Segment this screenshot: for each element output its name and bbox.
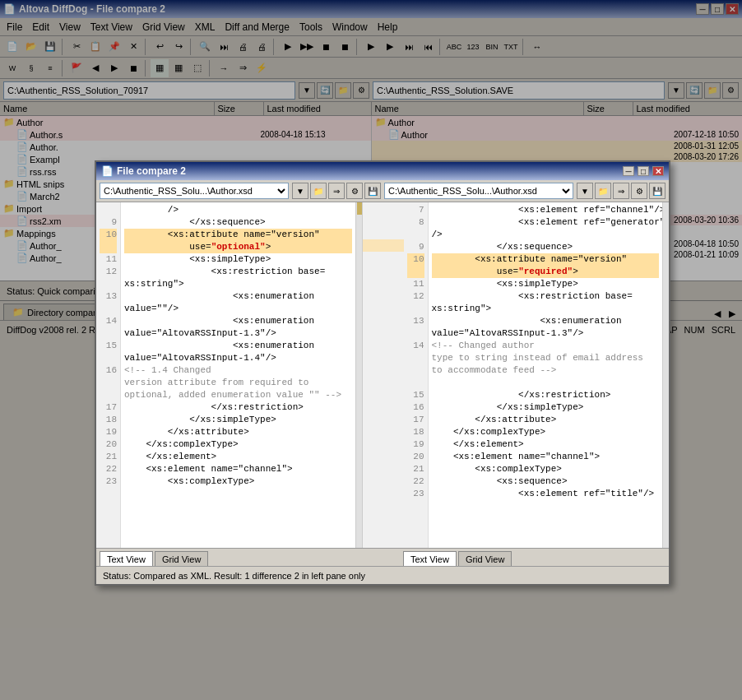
dialog-title-text: File compare 2 [117,165,619,177]
right-grid-view-tab[interactable]: Grid View [458,551,512,566]
right-line-numbers: 7 8 9 10 11 12 13 14 [404,202,429,548]
dialog-icon: 📄 [101,165,114,177]
code-split-pane: 9 10 11 12 13 14 15 16 [96,202,669,548]
left-scrollbar[interactable] [355,202,362,548]
dialog-status-text: Status: Compared as XML. Result: 1 diffe… [103,571,365,581]
left-file-select[interactable]: C:\Authentic_RSS_Solu...\Author.xsd [100,183,289,199]
dialog-close[interactable]: ✕ [652,166,664,176]
right-text-view-tab[interactable]: Text View [403,551,457,566]
right-scrollbar[interactable] [662,202,669,548]
file-compare-dialog: 📄 File compare 2 ─ □ ✕ C:\Authentic_RSS_… [95,160,670,586]
modal-overlay: 📄 File compare 2 ─ □ ✕ C:\Authentic_RSS_… [0,0,742,700]
diff-marker [357,202,362,215]
right-code-scroll[interactable]: 7 8 9 10 11 12 13 14 [404,202,670,548]
inner-tab-bar: Text View Grid View Text View Grid View [96,548,669,566]
left-line-numbers: 9 10 11 12 13 14 15 16 [96,202,121,548]
dialog-title-bar: 📄 File compare 2 ─ □ ✕ [96,162,669,180]
left-tabs: Text View Grid View [100,551,362,566]
left-grid-view-tab[interactable]: Grid View [155,551,208,566]
left-file-copy[interactable]: ⇒ [328,183,345,199]
right-file-browse[interactable]: ▼ [577,183,593,199]
right-code-content: <xs:element ref="channel"/> <xs:element … [429,202,663,548]
diff-connector [363,202,404,548]
right-tabs: Text View Grid View [362,551,665,566]
left-file-save[interactable]: 💾 [364,183,381,199]
right-file-select[interactable]: C:\Authentic_RSS_Solu...\Author.xsd [384,183,573,199]
dialog-status-bar: Status: Compared as XML. Result: 1 diffe… [96,566,669,584]
left-code-content: /> </xs:sequence> <xs:attribute name="ve… [121,202,355,548]
svg-marker-0 [363,239,404,252]
left-code-scroll[interactable]: 9 10 11 12 13 14 15 16 [96,202,362,548]
right-code-pane: 7 8 9 10 11 12 13 14 [404,202,670,548]
connector-svg [363,202,404,548]
left-file-open[interactable]: 📁 [310,183,327,199]
left-text-view-tab[interactable]: Text View [100,551,153,566]
right-file-copy[interactable]: ⇒ [613,183,629,199]
left-code-pane: 9 10 11 12 13 14 15 16 [96,202,363,548]
right-file-settings[interactable]: ⚙ [631,183,647,199]
right-file-save[interactable]: 💾 [649,183,665,199]
dialog-maximize[interactable]: □ [638,166,649,176]
left-file-settings[interactable]: ⚙ [346,183,363,199]
dialog-minimize[interactable]: ─ [623,166,634,176]
dialog-path-bar: C:\Authentic_RSS_Solu...\Author.xsd ▼ 📁 … [96,180,669,202]
right-file-open[interactable]: 📁 [595,183,611,199]
left-file-browse[interactable]: ▼ [292,183,308,199]
